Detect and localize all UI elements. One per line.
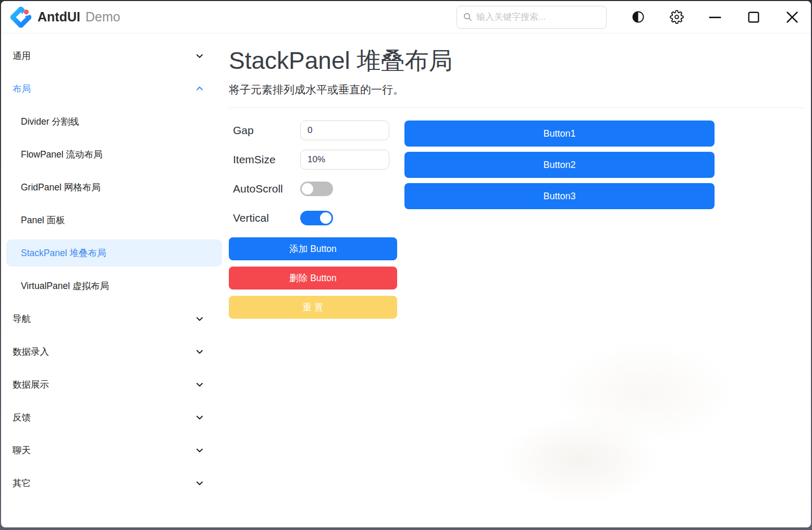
sidebar-item-flowpanel[interactable]: FlowPanel 流动布局	[6, 141, 222, 168]
sidebar-item-virtualpanel[interactable]: VirtualPanel 虚拟布局	[6, 272, 222, 299]
app-title-suffix: Demo	[85, 9, 120, 25]
sidebar-group-label: 布局	[13, 82, 31, 95]
sidebar-group-chat[interactable]: 聊天	[6, 437, 222, 464]
sidebar-group-other[interactable]: 其它	[6, 469, 222, 497]
sidebar-item-label: FlowPanel 流动布局	[21, 148, 103, 161]
close-icon	[785, 10, 799, 24]
sidebar-group-label: 数据录入	[13, 345, 49, 358]
contrast-icon	[631, 10, 645, 24]
chevron-down-icon	[195, 314, 204, 323]
maximize-icon	[747, 10, 760, 24]
gear-icon	[670, 10, 684, 24]
autoscroll-label: AutoScroll	[229, 183, 300, 195]
stack-button-2[interactable]: Button2	[404, 152, 715, 178]
itemsize-input[interactable]	[300, 150, 389, 170]
autoscroll-control-row: AutoScroll	[229, 179, 397, 199]
search-box[interactable]	[457, 6, 607, 29]
sidebar-item-label: Divider 分割线	[21, 115, 79, 128]
itemsize-control-row: ItemSize	[229, 150, 397, 170]
sidebar-item-gridpanel[interactable]: GridPanel 网格布局	[6, 174, 222, 201]
theme-toggle-button[interactable]	[631, 10, 645, 25]
titlebar: AntdUI Demo	[1, 1, 811, 33]
sidebar-group-data-entry[interactable]: 数据录入	[6, 338, 222, 365]
stack-button-3[interactable]: Button3	[404, 183, 715, 209]
stackpanel-demo-area: Button1 Button2 Button3	[404, 121, 715, 214]
sidebar-item-label: Panel 面板	[21, 214, 65, 226]
sidebar-group-label: 其它	[13, 477, 31, 489]
sidebar-item-divider[interactable]: Divider 分割线	[6, 108, 222, 135]
autoscroll-toggle[interactable]	[300, 182, 333, 196]
sidebar-item-label: VirtualPanel 虚拟布局	[21, 280, 109, 292]
itemsize-label: ItemSize	[229, 153, 300, 166]
sidebar: 通用 布局 Divider 分割线 FlowPanel 流动布局 GridPan…	[1, 33, 225, 527]
sidebar-group-label: 聊天	[13, 444, 31, 456]
sidebar-group-label: 数据展示	[13, 378, 49, 391]
main-content: StackPanel 堆叠布局 将子元素排列成水平或垂直的一行。 Gap Ite…	[225, 33, 811, 527]
settings-button[interactable]	[669, 10, 684, 25]
chevron-down-icon	[195, 413, 204, 422]
page-subtitle: 将子元素排列成水平或垂直的一行。	[229, 82, 805, 97]
chevron-down-icon	[195, 478, 204, 488]
chevron-down-icon	[195, 347, 204, 356]
chevron-down-icon	[195, 380, 204, 389]
stack-button-1[interactable]: Button1	[404, 121, 715, 147]
sidebar-group-label: 通用	[13, 50, 31, 62]
toggle-knob	[302, 183, 313, 195]
maximize-button[interactable]	[746, 10, 761, 25]
gap-label: Gap	[229, 124, 300, 137]
gap-control-row: Gap	[229, 121, 397, 140]
sidebar-group-label: 反馈	[13, 411, 31, 424]
controls-column: Gap ItemSize AutoScroll Vertical	[229, 121, 397, 319]
sidebar-group-feedback[interactable]: 反馈	[6, 404, 222, 431]
close-button[interactable]	[785, 10, 799, 25]
titlebar-actions	[631, 10, 799, 25]
toggle-knob	[320, 212, 331, 224]
sidebar-group-navigation[interactable]: 导航	[6, 305, 222, 332]
minimize-button[interactable]	[708, 10, 722, 25]
app-title: AntdUI	[38, 9, 80, 25]
sidebar-group-general[interactable]: 通用	[6, 42, 222, 69]
gap-input[interactable]	[300, 121, 389, 140]
add-button[interactable]: 添加 Button	[229, 237, 397, 260]
reset-button[interactable]: 重 置	[229, 296, 397, 319]
search-icon	[463, 13, 472, 21]
chevron-down-icon	[195, 445, 204, 455]
app-logo-icon	[10, 7, 31, 28]
vertical-toggle[interactable]	[300, 211, 333, 225]
divider	[229, 107, 805, 108]
vertical-control-row: Vertical	[229, 208, 397, 228]
page-title: StackPanel 堆叠布局	[229, 45, 805, 77]
sidebar-item-label: GridPanel 网格布局	[21, 181, 101, 194]
sidebar-group-layout[interactable]: 布局	[6, 75, 222, 102]
search-input[interactable]	[476, 12, 600, 22]
sidebar-item-panel[interactable]: Panel 面板	[6, 207, 222, 234]
chevron-down-icon	[195, 51, 204, 61]
delete-button[interactable]: 删除 Button	[229, 267, 397, 290]
minimize-icon	[708, 10, 722, 24]
app-window: AntdUI Demo	[1, 1, 811, 527]
sidebar-group-data-display[interactable]: 数据展示	[6, 371, 222, 398]
chevron-up-icon	[195, 84, 204, 93]
sidebar-item-label: StackPanel 堆叠布局	[21, 247, 106, 259]
vertical-label: Vertical	[229, 212, 300, 224]
sidebar-group-label: 导航	[13, 312, 31, 325]
sidebar-item-stackpanel[interactable]: StackPanel 堆叠布局	[6, 239, 222, 267]
